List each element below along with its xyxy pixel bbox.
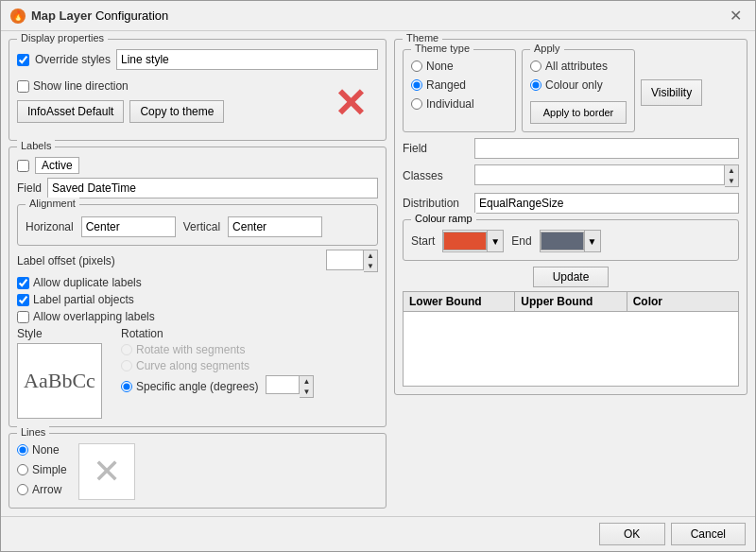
override-styles-checkbox[interactable] bbox=[17, 54, 29, 66]
theme-field-select[interactable] bbox=[474, 138, 739, 159]
colour-only-radio[interactable] bbox=[530, 79, 541, 91]
app-icon: 🔥 bbox=[10, 9, 26, 24]
field-row: Field Saved DateTime bbox=[17, 178, 378, 198]
lines-arrow-radio[interactable] bbox=[17, 484, 28, 495]
curve-segments-label: Curve along segments bbox=[136, 359, 249, 372]
theme-field-row: Field bbox=[403, 138, 739, 159]
rotate-segments-radio[interactable] bbox=[121, 344, 132, 355]
allow-overlapping-checkbox[interactable] bbox=[17, 311, 29, 323]
specific-angle-label: Specific angle (degrees) bbox=[136, 380, 258, 393]
main-content: Display properties Override styles Line … bbox=[1, 31, 755, 516]
all-attributes-row: All attributes bbox=[530, 60, 627, 73]
field-select[interactable]: Saved DateTime bbox=[47, 178, 378, 198]
allow-overlapping-row: Allow overlapping labels bbox=[17, 310, 378, 323]
theme-ranged-radio[interactable] bbox=[411, 79, 422, 91]
curve-segments-radio[interactable] bbox=[121, 360, 132, 371]
allow-duplicate-checkbox[interactable] bbox=[17, 277, 29, 289]
angle-down-button[interactable]: ▼ bbox=[300, 387, 313, 397]
end-color-wrapper: ▼ bbox=[540, 230, 601, 252]
distribution-row: Distribution EqualRangeSize bbox=[403, 193, 739, 214]
upper-bound-header: Upper Bound bbox=[515, 292, 627, 311]
classes-row: Classes 10 ▲ ▼ bbox=[403, 164, 739, 187]
update-button[interactable]: Update bbox=[533, 267, 610, 287]
allow-duplicate-label: Allow duplicate labels bbox=[33, 276, 142, 289]
theme-none-radio[interactable] bbox=[411, 60, 422, 72]
theme-individual-label: Individual bbox=[426, 97, 474, 111]
label-partial-label: Label partial objects bbox=[33, 293, 134, 306]
rotation-label: Rotation bbox=[121, 327, 314, 340]
classes-label: Classes bbox=[403, 169, 469, 182]
specific-angle-row: Specific angle (degrees) 0.0 ▲ ▼ bbox=[121, 375, 314, 398]
classes-down-button[interactable]: ▼ bbox=[725, 176, 738, 186]
angle-up-button[interactable]: ▲ bbox=[300, 376, 313, 387]
alignment-title: Alignment bbox=[26, 198, 79, 209]
display-properties-title: Display properties bbox=[17, 32, 108, 43]
labels-group: Labels Active Field Saved DateTime Align… bbox=[9, 147, 387, 427]
offset-label: Label offset (pixels) bbox=[17, 254, 115, 267]
end-color-dropdown[interactable]: ▼ bbox=[584, 231, 600, 251]
ok-button[interactable]: OK bbox=[599, 523, 665, 545]
dialog-footer: OK Cancel bbox=[1, 516, 755, 551]
theme-type-subgroup: Theme type None Ranged Individual bbox=[403, 49, 516, 132]
style-preview[interactable]: AaBbCc bbox=[17, 343, 102, 419]
active-checkbox[interactable] bbox=[17, 160, 29, 172]
lines-title: Lines bbox=[17, 426, 49, 438]
all-attributes-radio[interactable] bbox=[530, 60, 541, 72]
show-line-direction-row: Show line direction bbox=[17, 79, 316, 93]
infoasset-default-button[interactable]: InfoAsset Default bbox=[17, 100, 124, 123]
style-rotation-row: Style AaBbCc Rotation Rotate with segmen… bbox=[17, 327, 378, 419]
lines-arrow-row: Arrow bbox=[17, 483, 67, 496]
label-partial-checkbox[interactable] bbox=[17, 294, 29, 306]
horizontal-label: Horizonal bbox=[26, 220, 74, 233]
delete-icon[interactable]: ✕ bbox=[321, 76, 378, 132]
table-header: Lower Bound Upper Bound Color bbox=[403, 291, 739, 311]
labels-title: Labels bbox=[17, 140, 55, 151]
visibility-button[interactable]: Visibility bbox=[641, 79, 702, 106]
apply-to-border-wrapper: Apply to border bbox=[530, 101, 627, 124]
theme-individual-radio[interactable] bbox=[411, 98, 422, 110]
table-body bbox=[403, 311, 739, 387]
show-line-direction-checkbox[interactable] bbox=[17, 80, 29, 93]
start-color-swatch[interactable] bbox=[443, 232, 487, 250]
close-button[interactable]: ✕ bbox=[726, 7, 746, 25]
lines-simple-row: Simple bbox=[17, 463, 67, 476]
override-styles-label: Override styles bbox=[35, 53, 111, 66]
cancel-button[interactable]: Cancel bbox=[671, 523, 746, 545]
offset-up-button[interactable]: ▲ bbox=[364, 250, 377, 261]
specific-angle-input[interactable]: 0.0 bbox=[266, 375, 300, 394]
lines-content: None Simple Arrow ✕ bbox=[17, 443, 378, 500]
theme-individual-row: Individual bbox=[411, 97, 507, 111]
lines-simple-radio[interactable] bbox=[17, 464, 28, 475]
start-color-dropdown[interactable]: ▼ bbox=[487, 231, 503, 251]
lines-none-label: None bbox=[32, 443, 60, 457]
end-color-swatch[interactable] bbox=[541, 232, 584, 250]
title-bar: 🔥 Map Layer Configuration ✕ bbox=[1, 1, 755, 31]
bounds-table: Lower Bound Upper Bound Color bbox=[403, 291, 739, 387]
colour-ramp-row: Start ▼ End ▼ bbox=[411, 230, 730, 252]
color-header: Color bbox=[627, 292, 738, 311]
specific-angle-radio[interactable] bbox=[121, 381, 132, 392]
copy-to-theme-button[interactable]: Copy to theme bbox=[129, 100, 224, 123]
vertical-select[interactable]: Center bbox=[228, 216, 322, 237]
dialog-title: Map Layer Configuration bbox=[31, 9, 720, 23]
horizontal-select[interactable]: Center bbox=[81, 216, 176, 237]
lines-none-radio[interactable] bbox=[17, 444, 28, 456]
vertical-label: Vertical bbox=[183, 220, 220, 233]
offset-down-button[interactable]: ▼ bbox=[364, 261, 377, 271]
theme-type-title: Theme type bbox=[411, 43, 473, 54]
classes-input[interactable]: 10 bbox=[474, 164, 725, 185]
apply-subgroup: Apply All attributes Colour only Apply t… bbox=[522, 49, 635, 132]
classes-up-button[interactable]: ▲ bbox=[725, 165, 738, 176]
label-partial-row: Label partial objects bbox=[17, 293, 378, 306]
apply-to-border-button[interactable]: Apply to border bbox=[530, 101, 627, 124]
distribution-select[interactable]: EqualRangeSize bbox=[474, 193, 739, 214]
lines-none-row: None bbox=[17, 443, 67, 457]
active-label: Active bbox=[35, 157, 79, 174]
allow-duplicate-row: Allow duplicate labels bbox=[17, 276, 378, 289]
colour-only-label: Colour only bbox=[545, 78, 603, 92]
line-style-select[interactable]: Line style bbox=[116, 49, 378, 70]
end-label: End bbox=[511, 234, 531, 248]
apply-title: Apply bbox=[530, 43, 564, 54]
alignment-group: Alignment Horizonal Center Vertical Cent… bbox=[17, 204, 378, 246]
offset-input[interactable]: 0 bbox=[326, 250, 364, 270]
